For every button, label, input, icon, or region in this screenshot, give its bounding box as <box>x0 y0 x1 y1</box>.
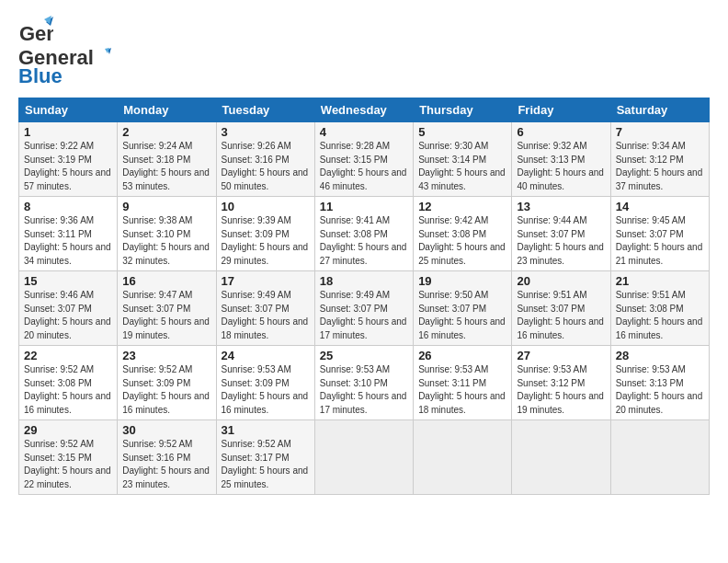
calendar-cell-day-23: 23Sunrise: 9:52 AMSunset: 3:09 PMDayligh… <box>118 346 216 420</box>
day-info: Sunrise: 9:51 AMSunset: 3:07 PMDaylight:… <box>517 289 605 342</box>
day-info: Sunrise: 9:46 AMSunset: 3:07 PMDaylight:… <box>24 289 112 342</box>
calendar-table: SundayMondayTuesdayWednesdayThursdayFrid… <box>18 98 710 495</box>
day-number: 31 <box>222 423 310 437</box>
calendar-cell-day-4: 4Sunrise: 9:28 AMSunset: 3:15 PMDaylight… <box>314 122 413 197</box>
day-number: 11 <box>320 200 408 213</box>
day-number: 4 <box>320 125 408 139</box>
day-info: Sunrise: 9:38 AMSunset: 3:10 PMDaylight:… <box>122 214 210 268</box>
day-info: Sunrise: 9:53 AMSunset: 3:10 PMDaylight:… <box>320 363 408 417</box>
page: General General Blue SundayMondayTuesday <box>0 0 728 563</box>
calendar-cell-day-3: 3Sunrise: 9:26 AMSunset: 3:16 PMDaylight… <box>216 122 314 197</box>
day-number: 12 <box>418 200 506 213</box>
calendar-cell-day-15: 15Sunrise: 9:46 AMSunset: 3:07 PMDayligh… <box>19 271 118 346</box>
day-info: Sunrise: 9:36 AMSunset: 3:11 PMDaylight:… <box>24 214 112 268</box>
day-info: Sunrise: 9:39 AMSunset: 3:09 PMDaylight:… <box>222 214 310 268</box>
day-number: 23 <box>122 349 210 362</box>
day-info: Sunrise: 9:52 AMSunset: 3:15 PMDaylight:… <box>24 438 112 491</box>
calendar-cell-day-18: 18Sunrise: 9:49 AMSunset: 3:07 PMDayligh… <box>314 271 413 346</box>
empty-cell <box>512 420 610 495</box>
day-info: Sunrise: 9:45 AMSunset: 3:07 PMDaylight:… <box>616 214 704 268</box>
empty-cell <box>610 420 709 495</box>
calendar-cell-day-10: 10Sunrise: 9:39 AMSunset: 3:09 PMDayligh… <box>216 197 314 271</box>
day-number: 28 <box>616 349 704 362</box>
calendar-cell-day-9: 9Sunrise: 9:38 AMSunset: 3:10 PMDaylight… <box>118 197 216 271</box>
day-number: 5 <box>418 125 506 139</box>
day-number: 14 <box>616 200 704 213</box>
day-info: Sunrise: 9:51 AMSunset: 3:08 PMDaylight:… <box>616 289 704 342</box>
day-number: 29 <box>24 423 112 437</box>
day-info: Sunrise: 9:44 AMSunset: 3:07 PMDaylight:… <box>517 214 605 268</box>
day-number: 26 <box>418 349 506 362</box>
calendar-row-1: 1Sunrise: 9:22 AMSunset: 3:19 PMDaylight… <box>19 122 710 197</box>
logo-icon: General <box>18 15 53 50</box>
day-info: Sunrise: 9:49 AMSunset: 3:07 PMDaylight:… <box>320 289 408 342</box>
day-info: Sunrise: 9:41 AMSunset: 3:08 PMDaylight:… <box>320 214 408 268</box>
day-info: Sunrise: 9:52 AMSunset: 3:08 PMDaylight:… <box>24 363 112 417</box>
day-number: 18 <box>320 274 408 288</box>
day-info: Sunrise: 9:42 AMSunset: 3:08 PMDaylight:… <box>418 214 506 268</box>
weekday-header-tuesday: Tuesday <box>216 98 314 122</box>
calendar-cell-day-29: 29Sunrise: 9:52 AMSunset: 3:15 PMDayligh… <box>19 420 118 495</box>
calendar-cell-day-20: 20Sunrise: 9:51 AMSunset: 3:07 PMDayligh… <box>512 271 610 346</box>
calendar-cell-day-31: 31Sunrise: 9:52 AMSunset: 3:17 PMDayligh… <box>216 420 314 495</box>
day-info: Sunrise: 9:24 AMSunset: 3:18 PMDaylight:… <box>122 140 210 193</box>
weekday-header-thursday: Thursday <box>414 98 512 122</box>
day-number: 16 <box>122 274 210 288</box>
weekday-header-sunday: Sunday <box>19 98 118 122</box>
day-number: 15 <box>24 274 112 288</box>
day-number: 1 <box>24 125 112 139</box>
day-info: Sunrise: 9:47 AMSunset: 3:07 PMDaylight:… <box>122 289 210 342</box>
calendar-cell-day-5: 5Sunrise: 9:30 AMSunset: 3:14 PMDaylight… <box>414 122 512 197</box>
day-info: Sunrise: 9:22 AMSunset: 3:19 PMDaylight:… <box>24 140 112 193</box>
day-info: Sunrise: 9:53 AMSunset: 3:09 PMDaylight:… <box>222 363 310 417</box>
calendar-cell-day-25: 25Sunrise: 9:53 AMSunset: 3:10 PMDayligh… <box>314 346 413 420</box>
day-number: 21 <box>616 274 704 288</box>
weekday-header-friday: Friday <box>512 98 610 122</box>
day-number: 6 <box>517 125 605 139</box>
weekday-header-monday: Monday <box>118 98 216 122</box>
empty-cell <box>314 420 413 495</box>
day-info: Sunrise: 9:49 AMSunset: 3:07 PMDaylight:… <box>222 289 310 342</box>
calendar-cell-day-30: 30Sunrise: 9:52 AMSunset: 3:16 PMDayligh… <box>118 420 216 495</box>
calendar-cell-day-22: 22Sunrise: 9:52 AMSunset: 3:08 PMDayligh… <box>19 346 118 420</box>
svg-text:General: General <box>19 22 53 45</box>
calendar-cell-day-8: 8Sunrise: 9:36 AMSunset: 3:11 PMDaylight… <box>19 197 118 271</box>
day-info: Sunrise: 9:32 AMSunset: 3:13 PMDaylight:… <box>517 140 605 193</box>
calendar-row-3: 15Sunrise: 9:46 AMSunset: 3:07 PMDayligh… <box>19 271 710 346</box>
calendar-row-4: 22Sunrise: 9:52 AMSunset: 3:08 PMDayligh… <box>19 346 710 420</box>
weekday-header-saturday: Saturday <box>610 98 709 122</box>
calendar-cell-day-24: 24Sunrise: 9:53 AMSunset: 3:09 PMDayligh… <box>216 346 314 420</box>
day-number: 7 <box>616 125 704 139</box>
logo-bird-icon <box>95 48 111 64</box>
calendar-cell-day-1: 1Sunrise: 9:22 AMSunset: 3:19 PMDaylight… <box>19 122 118 197</box>
day-info: Sunrise: 9:30 AMSunset: 3:14 PMDaylight:… <box>418 140 506 193</box>
calendar-cell-day-17: 17Sunrise: 9:49 AMSunset: 3:07 PMDayligh… <box>216 271 314 346</box>
day-info: Sunrise: 9:28 AMSunset: 3:15 PMDaylight:… <box>320 140 408 193</box>
day-info: Sunrise: 9:52 AMSunset: 3:17 PMDaylight:… <box>222 438 310 491</box>
day-number: 20 <box>517 274 605 288</box>
logo-blue: Blue <box>18 64 63 88</box>
logo: General General Blue <box>18 15 111 88</box>
day-info: Sunrise: 9:53 AMSunset: 3:11 PMDaylight:… <box>418 363 506 417</box>
day-number: 27 <box>517 349 605 362</box>
day-info: Sunrise: 9:26 AMSunset: 3:16 PMDaylight:… <box>222 140 310 193</box>
weekday-header-wednesday: Wednesday <box>314 98 413 122</box>
calendar-cell-day-14: 14Sunrise: 9:45 AMSunset: 3:07 PMDayligh… <box>610 197 709 271</box>
calendar-cell-day-13: 13Sunrise: 9:44 AMSunset: 3:07 PMDayligh… <box>512 197 610 271</box>
calendar-cell-day-27: 27Sunrise: 9:53 AMSunset: 3:12 PMDayligh… <box>512 346 610 420</box>
day-number: 22 <box>24 349 112 362</box>
day-number: 3 <box>222 125 310 139</box>
empty-cell <box>414 420 512 495</box>
day-number: 25 <box>320 349 408 362</box>
calendar-cell-day-28: 28Sunrise: 9:53 AMSunset: 3:13 PMDayligh… <box>610 346 709 420</box>
day-number: 19 <box>418 274 506 288</box>
day-info: Sunrise: 9:53 AMSunset: 3:12 PMDaylight:… <box>517 363 605 417</box>
day-info: Sunrise: 9:34 AMSunset: 3:12 PMDaylight:… <box>616 140 704 193</box>
calendar-cell-day-26: 26Sunrise: 9:53 AMSunset: 3:11 PMDayligh… <box>414 346 512 420</box>
calendar-cell-day-19: 19Sunrise: 9:50 AMSunset: 3:07 PMDayligh… <box>414 271 512 346</box>
day-number: 9 <box>122 200 210 213</box>
calendar-cell-day-6: 6Sunrise: 9:32 AMSunset: 3:13 PMDaylight… <box>512 122 610 197</box>
calendar-cell-day-11: 11Sunrise: 9:41 AMSunset: 3:08 PMDayligh… <box>314 197 413 271</box>
day-info: Sunrise: 9:52 AMSunset: 3:16 PMDaylight:… <box>122 438 210 491</box>
calendar-cell-day-7: 7Sunrise: 9:34 AMSunset: 3:12 PMDaylight… <box>610 122 709 197</box>
